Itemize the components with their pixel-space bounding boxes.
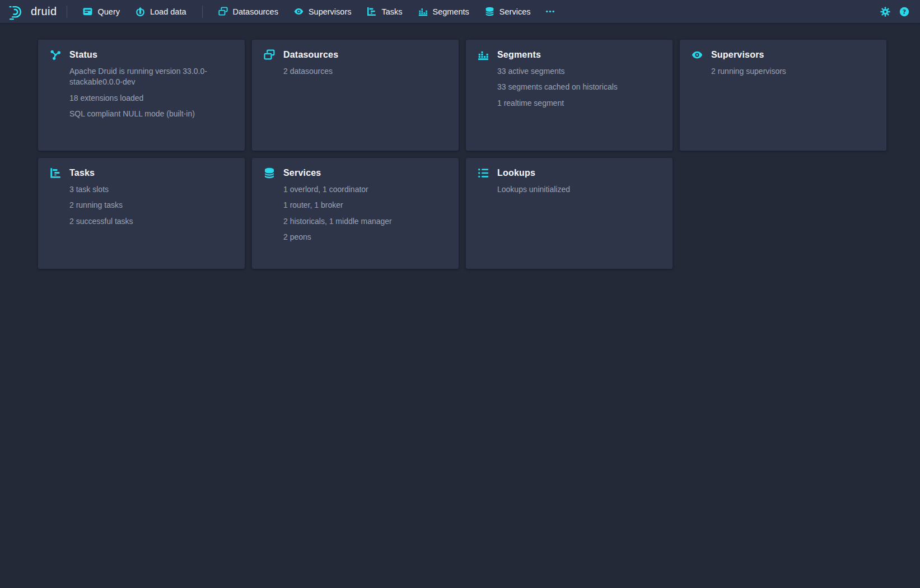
nav-item-label: Datasources bbox=[233, 7, 278, 16]
nav-item-datasources[interactable]: Datasources bbox=[211, 0, 286, 23]
card-title: Supervisors bbox=[711, 50, 764, 60]
upload-icon bbox=[136, 7, 145, 16]
nav-item-query[interactable]: Query bbox=[75, 0, 128, 23]
card-stat-line: 2 historicals, 1 middle manager bbox=[283, 216, 447, 227]
logo-text: druid bbox=[31, 6, 57, 18]
nav-item-label: Segments bbox=[433, 7, 469, 16]
card-services[interactable]: Services 1 overlord, 1 coordinator1 rout… bbox=[252, 158, 459, 269]
card-body: 2 running supervisors bbox=[680, 64, 886, 77]
card-stat-line: 2 running tasks bbox=[69, 200, 233, 211]
card-title: Segments bbox=[497, 50, 541, 60]
card-stat-line: 33 segments cached on historicals bbox=[497, 82, 661, 92]
card-stat-line: Apache Druid is running version 33.0.0-s… bbox=[69, 66, 233, 88]
card-title: Lookups bbox=[497, 168, 535, 178]
nav-item-label: Supervisors bbox=[309, 7, 352, 16]
card-stat-line: 2 peons bbox=[283, 232, 447, 242]
nav-divider bbox=[202, 6, 203, 18]
card-title: Status bbox=[69, 50, 97, 60]
card-supervisors[interactable]: Supervisors 2 running supervisors bbox=[680, 40, 886, 151]
card-stat-line: 18 extensions loaded bbox=[69, 93, 233, 104]
top-navbar: druid Query Load data Datasources Superv… bbox=[0, 0, 920, 23]
eye-icon bbox=[294, 7, 303, 16]
card-header: Tasks bbox=[38, 158, 245, 183]
card-segments[interactable]: Segments 33 active segments33 segments c… bbox=[466, 40, 673, 151]
card-stat-line: 2 datasources bbox=[283, 66, 447, 77]
card-header: Datasources bbox=[252, 40, 459, 64]
properties-list-icon bbox=[478, 167, 489, 179]
database-icon bbox=[485, 7, 494, 16]
card-stat-line: 3 task slots bbox=[69, 184, 233, 195]
card-stat-line: Lookups uninitialized bbox=[497, 184, 661, 195]
card-header: Services bbox=[252, 158, 459, 183]
bar-chart-icon bbox=[418, 7, 428, 16]
card-stat-line: 1 overlord, 1 coordinator bbox=[283, 184, 447, 195]
card-header: Supervisors bbox=[680, 40, 886, 64]
card-title: Services bbox=[283, 168, 321, 178]
nav-right-actions bbox=[880, 7, 913, 17]
card-lookups[interactable]: Lookups Lookups uninitialized bbox=[466, 158, 673, 269]
card-body: 3 task slots2 running tasks2 successful … bbox=[38, 183, 245, 227]
nav-item-load-data[interactable]: Load data bbox=[128, 0, 194, 23]
home-cards-grid: Status Apache Druid is running version 3… bbox=[0, 23, 920, 269]
card-stat-line: 33 active segments bbox=[497, 66, 661, 77]
card-header: Segments bbox=[466, 40, 673, 64]
druid-logo-icon bbox=[8, 3, 26, 20]
card-body: Lookups uninitialized bbox=[466, 183, 673, 195]
card-body: 1 overlord, 1 coordinator1 router, 1 bro… bbox=[252, 183, 459, 242]
nav-item-services[interactable]: Services bbox=[477, 0, 539, 23]
gantt-chart-icon bbox=[50, 167, 61, 179]
nav-item-label: Load data bbox=[150, 7, 186, 16]
druid-logo[interactable]: druid bbox=[8, 0, 59, 23]
card-stat-line: 1 realtime segment bbox=[497, 98, 661, 109]
nav-item-segments[interactable]: Segments bbox=[410, 0, 477, 23]
card-stat-line: 2 running supervisors bbox=[711, 66, 875, 77]
card-stat-line: 1 router, 1 broker bbox=[283, 200, 447, 211]
more-icon bbox=[545, 7, 555, 16]
nav-divider bbox=[67, 6, 67, 18]
card-tasks[interactable]: Tasks 3 task slots2 running tasks2 succe… bbox=[38, 158, 245, 269]
database-icon bbox=[264, 167, 275, 179]
card-title: Tasks bbox=[69, 168, 95, 178]
card-stat-line: 2 successful tasks bbox=[69, 216, 233, 227]
nav-group-views: Datasources Supervisors Tasks Segments S… bbox=[211, 0, 539, 23]
nav-item-label: Tasks bbox=[381, 7, 402, 16]
graph-icon bbox=[50, 49, 61, 60]
help-icon[interactable] bbox=[899, 7, 909, 17]
card-header: Lookups bbox=[466, 158, 673, 183]
datasources-icon bbox=[264, 49, 275, 60]
card-datasources[interactable]: Datasources 2 datasources bbox=[252, 40, 459, 151]
nav-item-label: Services bbox=[499, 7, 531, 16]
query-icon bbox=[83, 7, 92, 16]
card-body: Apache Druid is running version 33.0.0-s… bbox=[38, 64, 245, 119]
nav-item-supervisors[interactable]: Supervisors bbox=[286, 0, 359, 23]
card-status[interactable]: Status Apache Druid is running version 3… bbox=[38, 40, 245, 151]
gear-icon[interactable] bbox=[880, 7, 890, 17]
card-body: 33 active segments33 segments cached on … bbox=[466, 64, 673, 109]
datasources-icon bbox=[218, 7, 228, 16]
nav-item-label: Query bbox=[97, 7, 120, 16]
card-stat-line: SQL compliant NULL mode (built-in) bbox=[69, 109, 233, 119]
nav-group-primary: Query Load data bbox=[75, 0, 194, 23]
card-header: Status bbox=[38, 40, 245, 64]
bar-chart-icon bbox=[478, 49, 489, 60]
gantt-chart-icon bbox=[367, 7, 376, 16]
nav-item-tasks[interactable]: Tasks bbox=[359, 0, 410, 23]
card-body: 2 datasources bbox=[252, 64, 459, 77]
card-title: Datasources bbox=[283, 50, 338, 60]
more-menu-button[interactable] bbox=[538, 0, 562, 23]
eye-icon bbox=[692, 49, 703, 60]
